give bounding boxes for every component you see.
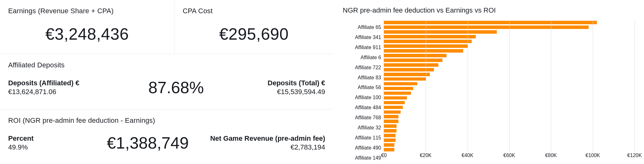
chart-bar <box>384 106 403 109</box>
chart-y-tick: Affiliate 56 <box>343 85 381 90</box>
chart-bar <box>384 73 430 76</box>
chart-y-tick <box>343 110 381 115</box>
chart-bar <box>384 21 597 24</box>
chart-y-tick <box>343 141 381 145</box>
chart-y-tick: Affiliate 490 <box>343 145 381 151</box>
chart-title: NGR pre-admin fee deduction vs Earnings … <box>343 6 635 14</box>
roi-title: ROI (NGR pre-admin fee deduction - Earni… <box>8 116 325 125</box>
chart-bar <box>384 59 442 62</box>
chart-y-tick <box>343 81 381 85</box>
chart-y-tick <box>343 71 381 75</box>
chart-y-tick <box>343 30 381 35</box>
chart-x-labels: €0€20K€40K€60K€80K€100K€120K <box>384 152 635 161</box>
chart-bar <box>384 101 405 105</box>
deposits-title: Affiliated Deposits <box>8 61 325 69</box>
chart-gridline <box>593 20 593 152</box>
chart-x-tick: €60K <box>503 153 515 158</box>
chart-y-tick <box>343 100 381 105</box>
chart-bar <box>384 87 413 90</box>
roi-ngr-label: Net Game Revenue (pre-admin fee) <box>193 134 325 143</box>
chart-y-tick: Affiliate 768 <box>343 115 381 121</box>
chart-gridline <box>509 20 510 152</box>
chart-y-tick <box>343 121 381 125</box>
chart-bar <box>384 54 447 57</box>
chart-bar <box>384 92 411 95</box>
chart-gridline <box>635 20 635 152</box>
chart-bar <box>384 68 434 71</box>
chart-gridline <box>468 20 468 152</box>
roi-percent-value: 49.9% <box>8 143 103 151</box>
chart-bar <box>384 25 589 29</box>
chart-y-tick: Affiliate 115 <box>343 135 381 141</box>
chart-y-tick: Affiliate 341 <box>343 35 381 40</box>
earnings-value: €3,248,436 <box>8 25 166 43</box>
deposits-total-value: €15,539,594.49 <box>225 88 325 96</box>
chart-y-tick <box>343 40 381 45</box>
chart-bar <box>384 115 398 118</box>
cpa-value: €295,690 <box>183 25 325 43</box>
chart-y-tick: Affiliate 722 <box>343 65 381 71</box>
chart-bar <box>384 30 497 34</box>
chart-gridline <box>551 20 551 152</box>
chart-x-tick: €100K <box>586 153 600 158</box>
chart-bar <box>384 82 417 86</box>
chart-bar <box>384 139 396 142</box>
chart-y-tick: Affiliate 100 <box>343 95 381 100</box>
chart-bar <box>384 129 397 133</box>
chart-bar <box>384 63 438 67</box>
roi-percent-label: Percent <box>8 134 103 143</box>
cpa-card: CPA Cost €295,690 <box>175 0 333 54</box>
chart-bar <box>384 35 476 38</box>
chart-bar <box>384 134 396 137</box>
roi-amount: €1,388,749 <box>103 133 193 152</box>
chart-bar <box>384 148 394 151</box>
earnings-title: Earnings (Revenue Share + CPA) <box>8 7 166 15</box>
chart-y-tick <box>343 50 381 55</box>
deposits-affiliated-value: €13,624,871.06 <box>8 88 128 96</box>
chart-y-tick: Affiliate 911 <box>343 45 381 50</box>
chart-x-tick: €120K <box>627 153 642 158</box>
chart-x-tick: €80K <box>545 153 557 158</box>
earnings-card: Earnings (Revenue Share + CPA) €3,248,43… <box>0 0 175 54</box>
chart-bar <box>384 49 463 53</box>
chart-y-tick <box>343 151 381 155</box>
chart-y-tick: Affiliate 149 <box>343 155 381 161</box>
chart-bar <box>384 77 426 81</box>
chart-bar <box>384 40 472 43</box>
chart-x-tick: €20K <box>420 153 431 158</box>
chart-y-tick: Affiliate 83 <box>343 75 381 81</box>
chart-x-tick: €0 <box>381 153 387 158</box>
chart-y-tick: Affiliate 484 <box>343 105 381 110</box>
deposits-affiliated-label: Deposits (Affiliated) € <box>8 79 128 87</box>
deposits-card: Affiliated Deposits Deposits (Affiliated… <box>0 54 333 110</box>
chart-y-tick: Affiliate 32 <box>343 125 381 131</box>
chart-bar <box>384 120 398 123</box>
roi-card: ROI (NGR pre-admin fee deduction - Earni… <box>0 110 333 164</box>
chart-y-tick <box>343 90 381 95</box>
deposits-total-label: Deposits (Total) € <box>225 79 325 87</box>
chart-y-tick <box>343 20 381 25</box>
chart-panel: NGR pre-admin fee deduction vs Earnings … <box>333 0 644 164</box>
chart-plot: €0€20K€40K€60K€80K€100K€120K <box>384 20 635 161</box>
chart-y-tick <box>343 60 381 65</box>
chart-y-tick: Affiliate 65 <box>343 25 381 30</box>
cpa-title: CPA Cost <box>183 7 325 15</box>
chart-y-labels: Affiliate 65Affiliate 341Affiliate 911Af… <box>343 20 384 161</box>
chart-bar <box>384 110 401 114</box>
chart-gridline <box>426 20 426 152</box>
chart-y-tick: Affiliate 6 <box>343 55 381 60</box>
chart-bar <box>384 96 407 100</box>
chart-bar <box>384 124 397 128</box>
roi-ngr-value: €2,783,194 <box>193 143 325 151</box>
deposits-percent: 87.68% <box>128 78 225 97</box>
chart-x-tick: €40K <box>462 153 473 158</box>
chart-bar <box>384 143 394 147</box>
chart-y-tick <box>343 131 381 135</box>
